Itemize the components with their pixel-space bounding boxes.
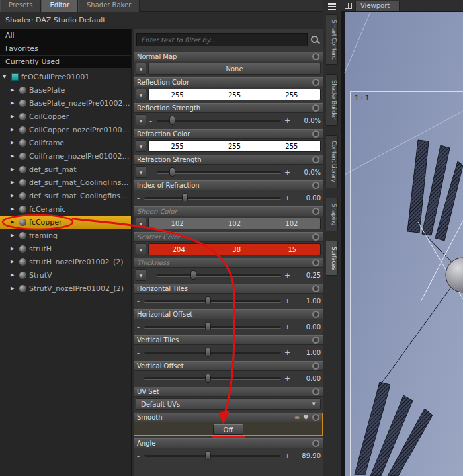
slider-increment[interactable]: + bbox=[284, 452, 290, 460]
gear-icon[interactable] bbox=[312, 311, 319, 318]
tree-item-strutv-nozelpre01002-2[interactable]: ▶StrutV_nozelPre01002_(2) bbox=[0, 282, 131, 295]
filter-item-currently-used[interactable]: Currently Used bbox=[0, 56, 131, 69]
slider-track[interactable] bbox=[144, 197, 281, 199]
viewport-canvas[interactable]: 1 : 1 bbox=[341, 12, 463, 476]
slider-decrement[interactable]: - bbox=[148, 271, 153, 280]
dock-tab-shader-builder[interactable]: Shader Builder bbox=[326, 74, 338, 126]
expand-arrow-icon[interactable]: ▶ bbox=[11, 100, 17, 106]
tree-item-coilcopper[interactable]: ▶CoilCopper bbox=[0, 110, 131, 123]
tab-presets[interactable]: Presets bbox=[0, 0, 41, 12]
slider-value[interactable]: 89.90 bbox=[292, 452, 321, 459]
slider-decrement[interactable]: - bbox=[136, 323, 141, 331]
gear-icon[interactable] bbox=[312, 156, 319, 163]
expand-arrow-icon[interactable]: ▶ bbox=[11, 233, 17, 238]
color-value-bar[interactable]: 255255255 bbox=[148, 89, 321, 100]
slider-increment[interactable]: + bbox=[284, 374, 290, 383]
slider-increment[interactable]: + bbox=[284, 168, 290, 177]
slider-decrement[interactable]: - bbox=[136, 348, 141, 357]
tab-editor[interactable]: Editor bbox=[41, 0, 78, 12]
expand-arrow-icon[interactable]: ▶ bbox=[11, 272, 17, 278]
param-header[interactable]: Smooth∞♥ bbox=[134, 413, 323, 422]
viewport-layout-icon[interactable] bbox=[345, 3, 352, 9]
param-header[interactable]: Thickness bbox=[134, 258, 323, 268]
dock-tab-content-library[interactable]: Content Library bbox=[326, 135, 338, 188]
tree-item-struth[interactable]: ▶strutH bbox=[0, 242, 131, 255]
gear-icon[interactable] bbox=[312, 104, 319, 112]
slider-value[interactable]: 0.00 bbox=[292, 323, 321, 331]
collapse-arrow-icon[interactable]: ▼ bbox=[3, 74, 9, 79]
slider-value[interactable]: 0.00 bbox=[292, 375, 321, 382]
param-header[interactable]: Horizontal Offset bbox=[134, 309, 323, 319]
slider-increment[interactable]: + bbox=[284, 271, 290, 280]
slider-decrement[interactable]: - bbox=[136, 297, 141, 305]
slider-value[interactable]: 0.25 bbox=[292, 272, 321, 279]
map-menu-button[interactable]: ▼ bbox=[136, 243, 146, 255]
gear-icon[interactable] bbox=[312, 440, 319, 447]
expand-arrow-icon[interactable]: ▶ bbox=[11, 286, 17, 291]
slider-handle[interactable] bbox=[205, 451, 211, 460]
slider-value[interactable]: 0.0% bbox=[292, 169, 321, 176]
gear-icon[interactable] bbox=[312, 285, 319, 292]
color-value-bar[interactable]: 255255255 bbox=[148, 140, 321, 152]
slider-value[interactable]: 0.00 bbox=[292, 194, 321, 202]
slider-track[interactable] bbox=[144, 377, 281, 379]
slider-handle[interactable] bbox=[182, 193, 188, 202]
expand-arrow-icon[interactable]: ▶ bbox=[11, 180, 17, 185]
color-value-bar[interactable]: 102102102 bbox=[148, 218, 321, 229]
slider-value[interactable]: 0.0% bbox=[292, 117, 321, 124]
gear-icon[interactable] bbox=[312, 53, 319, 60]
slider-handle[interactable] bbox=[190, 270, 196, 280]
tree-item-coilcopper-nozelpre01002[interactable]: ▶CoilCopper_nozelPre01002_... bbox=[0, 123, 131, 136]
slider-track[interactable] bbox=[157, 274, 281, 276]
map-menu-button[interactable]: ▼ bbox=[136, 166, 146, 178]
slider-decrement[interactable]: - bbox=[148, 116, 153, 125]
slider-track[interactable] bbox=[157, 171, 281, 173]
param-header[interactable]: Refraction Strength bbox=[134, 155, 323, 165]
tree-item-fcceramic[interactable]: ▶fcCeramic bbox=[0, 202, 131, 216]
slider-track[interactable] bbox=[144, 352, 281, 354]
slider-handle[interactable] bbox=[169, 116, 175, 125]
gear-icon[interactable] bbox=[312, 233, 319, 241]
expand-arrow-icon[interactable]: ▶ bbox=[11, 246, 17, 251]
slider-handle[interactable] bbox=[205, 296, 211, 305]
gear-icon[interactable] bbox=[312, 208, 319, 215]
tree-item-coilframe-nozelpre01002-2[interactable]: ▶Coilframe_nozelPre01002_(2) bbox=[0, 149, 131, 163]
link-icon[interactable]: ∞ bbox=[294, 414, 300, 421]
slider-handle[interactable] bbox=[205, 374, 211, 383]
slider-increment[interactable]: + bbox=[284, 116, 290, 125]
param-header[interactable]: Index of Refraction bbox=[134, 180, 323, 190]
tree-item-fcogfullpree01001[interactable]: ▼fcOGfullPree01001 bbox=[0, 70, 131, 83]
expand-arrow-icon[interactable]: ▶ bbox=[11, 140, 17, 145]
favorite-heart-icon[interactable]: ♥ bbox=[303, 414, 309, 421]
slider-handle[interactable] bbox=[169, 167, 175, 177]
slider-decrement[interactable]: - bbox=[136, 194, 141, 202]
slider-track[interactable] bbox=[157, 120, 281, 122]
tab-shader-baker[interactable]: Shader Baker bbox=[78, 0, 140, 12]
map-menu-button[interactable]: ▼ bbox=[136, 269, 146, 281]
param-header[interactable]: Sheen Color bbox=[134, 206, 323, 216]
expand-arrow-icon[interactable]: ▶ bbox=[11, 127, 17, 132]
gear-icon[interactable] bbox=[312, 259, 319, 266]
tree-item-def-surf-mat-coolingfinsl[interactable]: ▶def_surf_mat_CoolingFinsL... bbox=[0, 176, 131, 189]
dock-tab-surfaces[interactable]: Surfaces bbox=[326, 241, 338, 276]
slider-decrement[interactable]: - bbox=[136, 374, 141, 383]
expand-arrow-icon[interactable]: ▶ bbox=[11, 114, 17, 119]
dock-tab-shaping[interactable]: Shaping bbox=[326, 198, 338, 231]
expand-arrow-icon[interactable]: ▶ bbox=[11, 87, 17, 93]
slider-increment[interactable]: + bbox=[284, 323, 290, 331]
param-header[interactable]: Normal Map bbox=[134, 52, 323, 61]
slider-track[interactable] bbox=[144, 326, 281, 328]
slider-track[interactable] bbox=[144, 455, 281, 457]
gear-icon[interactable] bbox=[312, 130, 319, 138]
filter-item-all[interactable]: All bbox=[0, 29, 131, 42]
slider-increment[interactable]: + bbox=[284, 348, 290, 357]
tree-item-framing[interactable]: ▶framing bbox=[0, 229, 131, 242]
tree-item-def-surf-mat[interactable]: ▶def_surf_mat bbox=[0, 163, 131, 176]
panel-menu-icon[interactable] bbox=[328, 3, 336, 5]
param-header[interactable]: Reflection Color bbox=[134, 77, 323, 87]
map-menu-button[interactable]: ▼ bbox=[136, 114, 146, 126]
map-menu-button[interactable]: ▼ bbox=[136, 140, 146, 152]
param-header[interactable]: Angle bbox=[134, 438, 323, 448]
param-header[interactable]: Refraction Color bbox=[134, 129, 323, 139]
slider-value[interactable]: 1.00 bbox=[292, 349, 321, 356]
